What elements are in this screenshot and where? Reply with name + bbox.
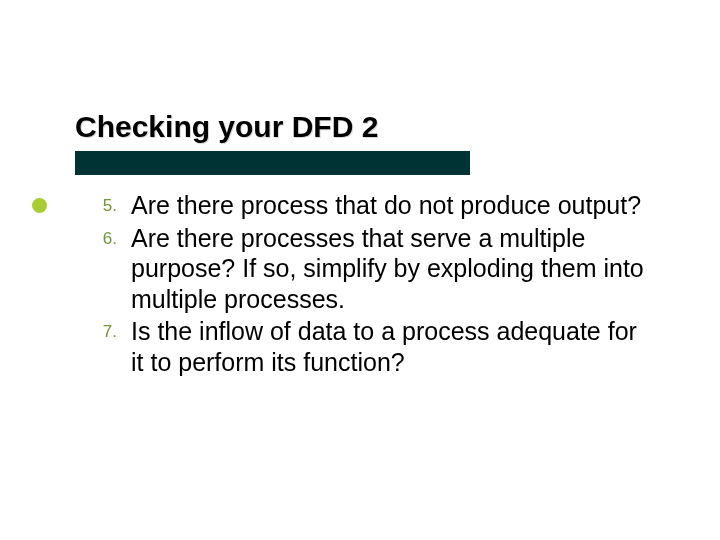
slide: Checking your DFD 2 5. Are there process…	[0, 0, 720, 540]
page-title: Checking your DFD 2	[75, 110, 645, 143]
list-number: 6.	[75, 223, 131, 249]
list-number: 5.	[75, 190, 131, 216]
list-text: Is the inflow of data to a process adequ…	[131, 316, 645, 377]
list-item: 7. Is the inflow of data to a process ad…	[75, 316, 645, 377]
title-block: Checking your DFD 2	[75, 110, 645, 175]
bullet-dot-icon	[32, 198, 47, 213]
list-number: 7.	[75, 316, 131, 342]
list-item: 5. Are there process that do not produce…	[75, 190, 645, 221]
list-text: Are there processes that serve a multipl…	[131, 223, 645, 315]
list-item: 6. Are there processes that serve a mult…	[75, 223, 645, 315]
list-text: Are there process that do not produce ou…	[131, 190, 645, 221]
numbered-list: 5. Are there process that do not produce…	[75, 190, 645, 379]
title-underline	[75, 151, 470, 175]
